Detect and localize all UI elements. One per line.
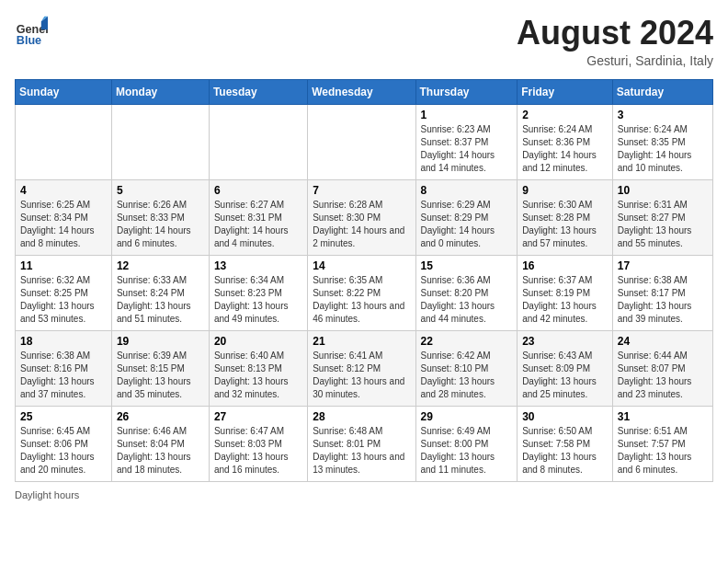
title-block: August 2024 Gesturi, Sardinia, Italy [517,15,713,68]
weekday-header-sunday: Sunday [16,79,112,104]
calendar-week-2: 4Sunrise: 6:25 AMSunset: 8:34 PMDaylight… [16,179,713,255]
weekday-header-wednesday: Wednesday [308,79,415,104]
day-info: Sunrise: 6:40 AMSunset: 8:13 PMDaylight:… [214,350,302,401]
day-number: 14 [313,259,410,272]
day-info: Sunrise: 6:49 AMSunset: 8:00 PMDaylight:… [421,425,513,477]
logo: General Blue [15,15,51,48]
day-number: 6 [214,184,302,197]
calendar-footer: Daylight hours [15,489,713,500]
weekday-header-friday: Friday [518,79,613,104]
calendar-cell [16,104,112,179]
calendar-cell: 10Sunrise: 6:31 AMSunset: 8:27 PMDayligh… [612,179,712,255]
day-number: 23 [522,335,608,348]
calendar-cell: 29Sunrise: 6:49 AMSunset: 8:00 PMDayligh… [415,406,518,481]
day-info: Sunrise: 6:32 AMSunset: 8:25 PMDaylight:… [20,274,107,326]
day-info: Sunrise: 6:31 AMSunset: 8:27 PMDaylight:… [618,199,708,250]
day-number: 5 [117,184,204,197]
calendar-cell: 8Sunrise: 6:29 AMSunset: 8:29 PMDaylight… [415,179,518,255]
calendar-cell: 14Sunrise: 6:35 AMSunset: 8:22 PMDayligh… [308,255,415,330]
day-number: 7 [313,184,410,197]
calendar-cell: 12Sunrise: 6:33 AMSunset: 8:24 PMDayligh… [111,255,209,330]
day-info: Sunrise: 6:45 AMSunset: 8:06 PMDaylight:… [20,425,107,477]
weekday-header-thursday: Thursday [415,79,518,104]
calendar-cell: 13Sunrise: 6:34 AMSunset: 8:23 PMDayligh… [209,255,307,330]
page-header: General Blue August 2024 Gesturi, Sardin… [15,15,713,68]
day-number: 13 [214,259,302,272]
calendar-cell: 20Sunrise: 6:40 AMSunset: 8:13 PMDayligh… [209,330,307,406]
logo-icon: General Blue [15,15,48,48]
calendar-cell: 9Sunrise: 6:30 AMSunset: 8:28 PMDaylight… [518,179,613,255]
calendar-cell: 7Sunrise: 6:28 AMSunset: 8:30 PMDaylight… [308,179,415,255]
day-number: 8 [421,184,513,197]
day-info: Sunrise: 6:37 AMSunset: 8:19 PMDaylight:… [522,274,608,326]
calendar-cell: 26Sunrise: 6:46 AMSunset: 8:04 PMDayligh… [111,406,209,481]
day-number: 26 [117,410,204,423]
weekday-header-saturday: Saturday [612,79,712,104]
calendar-week-5: 25Sunrise: 6:45 AMSunset: 8:06 PMDayligh… [16,406,713,481]
calendar-cell: 11Sunrise: 6:32 AMSunset: 8:25 PMDayligh… [16,255,112,330]
day-info: Sunrise: 6:28 AMSunset: 8:30 PMDaylight:… [313,199,410,250]
day-number: 19 [117,335,204,348]
calendar-cell: 18Sunrise: 6:38 AMSunset: 8:16 PMDayligh… [16,330,112,406]
day-number: 18 [20,335,107,348]
day-info: Sunrise: 6:24 AMSunset: 8:36 PMDaylight:… [522,123,608,175]
day-info: Sunrise: 6:50 AMSunset: 7:58 PMDaylight:… [522,425,608,477]
weekday-header-monday: Monday [111,79,209,104]
calendar-cell: 2Sunrise: 6:24 AMSunset: 8:36 PMDaylight… [518,104,613,179]
day-number: 29 [421,410,513,423]
calendar-cell: 3Sunrise: 6:24 AMSunset: 8:35 PMDaylight… [612,104,712,179]
day-info: Sunrise: 6:23 AMSunset: 8:37 PMDaylight:… [421,123,513,175]
day-number: 10 [618,184,708,197]
day-number: 21 [313,335,410,348]
calendar-table: SundayMondayTuesdayWednesdayThursdayFrid… [15,79,713,482]
day-info: Sunrise: 6:46 AMSunset: 8:04 PMDaylight:… [117,425,204,477]
calendar-cell: 22Sunrise: 6:42 AMSunset: 8:10 PMDayligh… [415,330,518,406]
day-number: 15 [421,259,513,272]
day-info: Sunrise: 6:24 AMSunset: 8:35 PMDaylight:… [618,123,708,175]
day-number: 28 [313,410,410,423]
day-info: Sunrise: 6:43 AMSunset: 8:09 PMDaylight:… [522,350,608,401]
calendar-cell: 24Sunrise: 6:44 AMSunset: 8:07 PMDayligh… [612,330,712,406]
calendar-cell: 17Sunrise: 6:38 AMSunset: 8:17 PMDayligh… [612,255,712,330]
day-number: 9 [522,184,608,197]
day-number: 11 [20,259,107,272]
day-number: 22 [421,335,513,348]
day-info: Sunrise: 6:27 AMSunset: 8:31 PMDaylight:… [214,199,302,250]
day-number: 24 [618,335,708,348]
day-number: 1 [421,109,513,121]
day-number: 25 [20,410,107,423]
calendar-cell: 4Sunrise: 6:25 AMSunset: 8:34 PMDaylight… [16,179,112,255]
calendar-week-3: 11Sunrise: 6:32 AMSunset: 8:25 PMDayligh… [16,255,713,330]
calendar-week-4: 18Sunrise: 6:38 AMSunset: 8:16 PMDayligh… [16,330,713,406]
calendar-header: SundayMondayTuesdayWednesdayThursdayFrid… [16,79,713,104]
month-year-title: August 2024 [517,15,713,52]
day-number: 30 [522,410,608,423]
day-info: Sunrise: 6:39 AMSunset: 8:15 PMDaylight:… [117,350,204,401]
location-subtitle: Gesturi, Sardinia, Italy [517,53,713,68]
day-number: 3 [618,109,708,121]
day-number: 4 [20,184,107,197]
day-number: 20 [214,335,302,348]
calendar-cell [111,104,209,179]
day-number: 16 [522,259,608,272]
day-info: Sunrise: 6:44 AMSunset: 8:07 PMDaylight:… [618,350,708,401]
calendar-cell [209,104,307,179]
day-info: Sunrise: 6:30 AMSunset: 8:28 PMDaylight:… [522,199,608,250]
calendar-cell: 16Sunrise: 6:37 AMSunset: 8:19 PMDayligh… [518,255,613,330]
calendar-cell: 31Sunrise: 6:51 AMSunset: 7:57 PMDayligh… [612,406,712,481]
day-info: Sunrise: 6:38 AMSunset: 8:16 PMDaylight:… [20,350,107,401]
day-info: Sunrise: 6:29 AMSunset: 8:29 PMDaylight:… [421,199,513,250]
calendar-cell [308,104,415,179]
day-info: Sunrise: 6:35 AMSunset: 8:22 PMDaylight:… [313,274,410,326]
day-info: Sunrise: 6:36 AMSunset: 8:20 PMDaylight:… [421,274,513,326]
day-number: 17 [618,259,708,272]
daylight-hours-label: Daylight hours [15,489,79,500]
calendar-body: 1Sunrise: 6:23 AMSunset: 8:37 PMDaylight… [16,104,713,481]
calendar-cell: 6Sunrise: 6:27 AMSunset: 8:31 PMDaylight… [209,179,307,255]
day-info: Sunrise: 6:47 AMSunset: 8:03 PMDaylight:… [214,425,302,477]
calendar-week-1: 1Sunrise: 6:23 AMSunset: 8:37 PMDaylight… [16,104,713,179]
calendar-cell: 25Sunrise: 6:45 AMSunset: 8:06 PMDayligh… [16,406,112,481]
day-info: Sunrise: 6:48 AMSunset: 8:01 PMDaylight:… [313,425,410,477]
calendar-cell: 15Sunrise: 6:36 AMSunset: 8:20 PMDayligh… [415,255,518,330]
weekday-header-tuesday: Tuesday [209,79,307,104]
